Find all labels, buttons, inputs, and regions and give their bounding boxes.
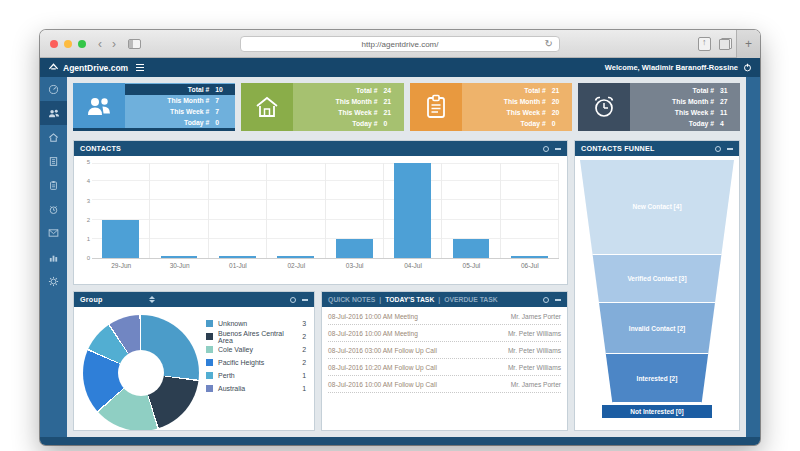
sidebar-item-reminders[interactable] [40, 197, 67, 221]
chart-icon [48, 252, 59, 263]
browser-window: ‹ › http://agentdrive.com/ ↻ + AgentDri [40, 30, 760, 445]
bar[interactable] [394, 163, 431, 258]
settings-icon[interactable] [715, 146, 721, 152]
funnel-stage[interactable]: Not Interested [0] [602, 405, 713, 418]
stat-row: This Month #21 [293, 96, 403, 107]
group-donut-chart [80, 311, 202, 426]
bar[interactable] [453, 239, 490, 258]
minimize-window-button[interactable] [64, 40, 72, 48]
zoom-window-button[interactable] [78, 40, 86, 48]
funnel-stage[interactable]: Verified Contact [3] [580, 255, 734, 304]
task-row[interactable]: 08-Jul-2016 10:00 AM Follow Up CallMr. J… [328, 376, 561, 393]
panel-title: Group [80, 295, 103, 304]
x-axis-labels: 29-Jun30-Jun 01-Jul02-Jul 03-Jul04-Jul 0… [92, 262, 559, 269]
menu-icon[interactable] [136, 64, 144, 71]
sidebar-item-dashboard[interactable] [40, 77, 67, 101]
gear-icon [48, 276, 59, 287]
collapse-icon[interactable] [727, 148, 733, 150]
agentdrive-logo-icon [48, 62, 59, 73]
logout-icon[interactable] [743, 63, 752, 72]
bar-column [384, 163, 442, 258]
users-icon [48, 108, 60, 119]
legend-item[interactable]: Buenos Aires Central Area2 [206, 330, 308, 343]
bar[interactable] [277, 256, 314, 258]
window-controls [50, 40, 86, 48]
legend-item[interactable]: Unknown3 [206, 317, 308, 330]
bar[interactable] [219, 256, 256, 258]
bar[interactable] [511, 256, 548, 258]
url-bar[interactable]: http://agentdrive.com/ ↻ [240, 36, 560, 52]
stat-row: This Week #7 [125, 106, 235, 117]
task-row[interactable]: 08-Jul-2016 10:00 AM MeetingMr. James Po… [328, 308, 561, 325]
sidebar-item-email[interactable] [40, 221, 67, 245]
home-icon [254, 95, 280, 119]
close-window-button[interactable] [50, 40, 58, 48]
collapse-icon[interactable] [555, 299, 561, 301]
y-tick: 2 [80, 217, 90, 223]
contacts-panel: CONTACTS 0 1 2 [73, 140, 568, 285]
stat-row: Total #21 [462, 85, 572, 96]
contacts-panel-header: CONTACTS [74, 141, 567, 156]
properties-stat-card[interactable]: Total #24 This Month #21 This Week #21 T… [241, 83, 403, 131]
new-tab-button[interactable]: + [736, 30, 760, 58]
clipboard-icon [48, 180, 59, 191]
back-button[interactable]: ‹ [98, 38, 102, 50]
contacts-funnel-panel: CONTACTS FUNNEL New Contact [4] Verified… [574, 140, 740, 431]
tab-todays-task[interactable]: TODAY'S TASK [385, 296, 434, 303]
bar[interactable] [161, 256, 198, 258]
tasks-panel: QUICK NOTES | TODAY'S TASK | OVERDUE TAS… [321, 291, 568, 431]
legend-item[interactable]: Cole Valley2 [206, 343, 308, 356]
y-tick: 1 [80, 236, 90, 242]
forward-button[interactable]: › [112, 38, 116, 50]
task-row[interactable]: 08-Jul-2016 10:00 AM MeetingMr. Peter Wi… [328, 325, 561, 342]
task-row[interactable]: 08-Jul-2016 03:00 AM Follow Up CallMr. P… [328, 342, 561, 359]
settings-icon[interactable] [290, 297, 296, 303]
bar-column [92, 163, 150, 258]
sidebar-item-tasks[interactable] [40, 173, 67, 197]
settings-icon[interactable] [543, 146, 549, 152]
stat-row: Today #4 [630, 118, 740, 129]
funnel-panel-header: CONTACTS FUNNEL [575, 141, 739, 156]
sort-toggle-icon[interactable] [149, 296, 155, 303]
bar[interactable] [336, 239, 373, 258]
tab-separator: | [379, 296, 381, 303]
legend-item[interactable]: Pacific Heights2 [206, 356, 308, 369]
sidebar-item-contacts[interactable] [40, 101, 67, 125]
legend-item[interactable]: Australia1 [206, 382, 308, 395]
collapse-icon[interactable] [302, 299, 308, 301]
tab-quick-notes[interactable]: QUICK NOTES [328, 296, 375, 303]
tasks-stat-card[interactable]: Total #21 This Month #20 This Week #20 T… [410, 83, 572, 131]
stat-row: This Week #11 [630, 107, 740, 118]
dashboard-content: Total #10 This Month #7 This Week #7 Tod… [67, 77, 746, 437]
settings-icon[interactable] [543, 297, 549, 303]
sidebar-item-reports[interactable] [40, 245, 67, 269]
bar-column [442, 163, 500, 258]
bar-column [267, 163, 325, 258]
sidebar-toggle-icon[interactable] [128, 39, 141, 49]
contacts-funnel-chart: New Contact [4] Verified Contact [3] Inv… [575, 156, 739, 430]
sidebar-item-settings[interactable] [40, 269, 67, 293]
funnel-stage[interactable]: Interested [2] [580, 354, 734, 403]
task-row[interactable]: 08-Jul-2016 10:20 AM Follow Up CallMr. P… [328, 359, 561, 376]
bar[interactable] [102, 220, 139, 258]
collapse-icon[interactable] [555, 148, 561, 150]
sidebar-item-properties[interactable] [40, 125, 67, 149]
bar-column [150, 163, 208, 258]
funnel-stage[interactable]: Invalid Contact [2] [580, 303, 734, 354]
panel-title: CONTACTS FUNNEL [581, 144, 655, 153]
page-footer-bar [40, 437, 760, 445]
reload-icon[interactable]: ↻ [545, 38, 553, 49]
tab-overdue-task[interactable]: OVERDUE TASK [444, 296, 498, 303]
share-icon[interactable] [698, 37, 711, 51]
tabs-overview-icon[interactable] [719, 38, 732, 50]
sidebar-item-companies[interactable] [40, 149, 67, 173]
contacts-stat-card[interactable]: Total #10 This Month #7 This Week #7 Tod… [73, 83, 235, 131]
reminders-stat-card[interactable]: Total #31 This Month #27 This Week #11 T… [578, 83, 740, 131]
task-list: 08-Jul-2016 10:00 AM MeetingMr. James Po… [322, 307, 567, 430]
legend-item[interactable]: Perth1 [206, 369, 308, 382]
donut[interactable] [83, 315, 199, 431]
brand-name[interactable]: AgentDrive.com [63, 63, 128, 73]
app-header: AgentDrive.com Welcome, Wladimir Baranof… [40, 58, 760, 77]
funnel-stage[interactable]: New Contact [4] [580, 160, 734, 255]
sidebar-nav [40, 77, 67, 437]
